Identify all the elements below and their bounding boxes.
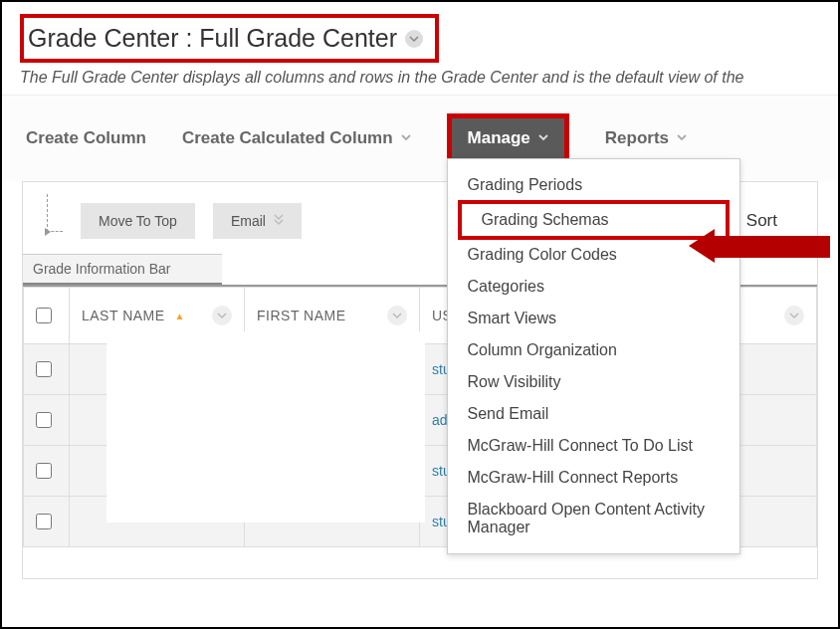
reports-button[interactable]: Reports [605, 128, 687, 148]
email-button[interactable]: Email [213, 203, 302, 239]
column-menu-icon[interactable] [387, 306, 407, 325]
menu-send-email[interactable]: Send Email [448, 398, 739, 430]
column-menu-icon[interactable] [784, 306, 804, 325]
sort-ascending-icon: ▲ [175, 311, 185, 321]
double-chevron-down-icon [274, 214, 284, 228]
last-name-label: LAST NAME [82, 308, 165, 323]
redaction-overlay [106, 331, 425, 523]
chevron-down-icon [677, 131, 687, 145]
chevron-down-icon [538, 131, 548, 145]
create-column-label: Create Column [26, 128, 146, 148]
manage-button-highlight: Manage Grading Periods Grading Schemas G… [447, 113, 569, 163]
column-menu-icon[interactable] [212, 306, 232, 325]
page-title: Grade Center : Full Grade Center [28, 24, 397, 53]
chevron-down-icon [401, 131, 411, 145]
manage-dropdown: Grading Periods Grading Schemas Grading … [447, 158, 740, 554]
arrow-shaft [711, 236, 830, 258]
menu-mcgraw-reports[interactable]: McGraw-Hill Connect Reports [448, 462, 739, 494]
menu-blackboard-open-content[interactable]: Blackboard Open Content Activity Manager [448, 494, 739, 543]
reports-label: Reports [605, 128, 669, 148]
selection-bracket-icon [47, 194, 63, 232]
menu-smart-views[interactable]: Smart Views [448, 303, 739, 334]
move-to-top-button[interactable]: Move To Top [81, 203, 195, 239]
row-checkbox[interactable] [36, 412, 52, 428]
sort-label[interactable]: Sort [746, 211, 807, 231]
manage-button[interactable]: Manage [468, 128, 548, 148]
menu-mcgraw-todo[interactable]: McGraw-Hill Connect To Do List [448, 430, 739, 462]
page-subtitle: The Full Grade Center displays all colum… [20, 69, 820, 87]
title-context-icon[interactable] [405, 30, 423, 48]
create-calculated-button[interactable]: Create Calculated Column [182, 128, 411, 148]
menu-grading-periods[interactable]: Grading Periods [448, 169, 739, 201]
create-column-button[interactable]: Create Column [26, 128, 146, 148]
grade-information-bar: Grade Information Bar [23, 254, 222, 285]
menu-column-organization[interactable]: Column Organization [448, 334, 739, 366]
email-label: Email [231, 213, 266, 229]
manage-label: Manage [468, 128, 530, 148]
row-checkbox[interactable] [36, 361, 52, 377]
select-all-header [24, 288, 70, 344]
row-checkbox[interactable] [36, 463, 52, 479]
menu-row-visibility[interactable]: Row Visibility [448, 366, 739, 398]
toolbar: Create Column Create Calculated Column M… [2, 95, 838, 181]
first-name-label: FIRST NAME [257, 308, 346, 323]
row-checkbox[interactable] [36, 514, 52, 529]
create-calculated-label: Create Calculated Column [182, 128, 393, 148]
select-all-checkbox[interactable] [36, 308, 52, 323]
page-title-highlight: Grade Center : Full Grade Center [20, 14, 439, 63]
move-to-top-label: Move To Top [99, 213, 177, 229]
menu-categories[interactable]: Categories [448, 271, 739, 303]
